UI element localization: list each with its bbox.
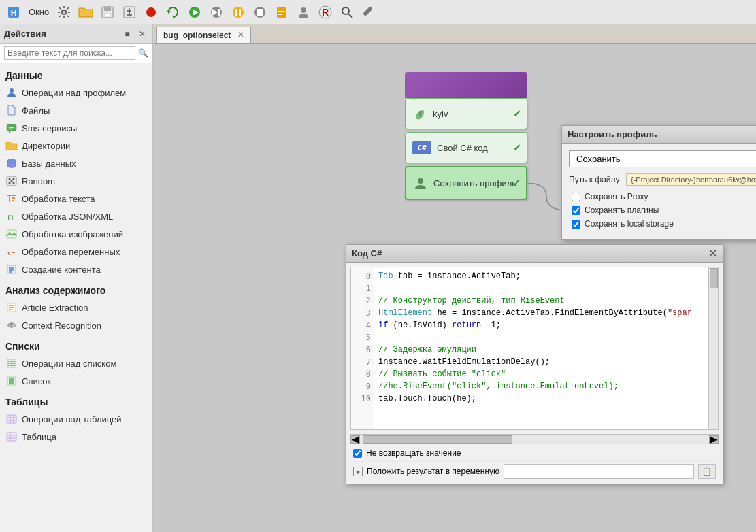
svg-rect-5 xyxy=(105,14,110,17)
folder-icon xyxy=(5,139,18,152)
line-numbers: 0 1 2 3 4 5 6 7 8 9 10 xyxy=(351,267,374,429)
svg-rect-18 xyxy=(257,9,263,16)
var-icon: x= xyxy=(5,246,18,258)
code-hscroll-left[interactable]: ◀ xyxy=(350,435,360,444)
person-button[interactable] xyxy=(294,3,313,22)
sidebar-item-image-processing[interactable]: Обработка изображений xyxy=(0,225,152,243)
sidebar-item-var-processing[interactable]: x= Обработка переменных xyxy=(0,243,152,261)
download-button[interactable] xyxy=(120,3,139,22)
line-num-3: 3 xyxy=(351,307,371,319)
profile-path-value: {-Project.Directory-}bertharau6iw@hotmai… xyxy=(626,173,756,186)
sidebar-item-table-ops[interactable]: Операции над таблицей xyxy=(0,410,152,428)
line-num-8: 8 xyxy=(351,368,371,380)
code-line-1 xyxy=(378,282,704,295)
sidebar-item-list[interactable]: Список xyxy=(0,372,152,390)
profile-path-row: Путь к файлу {-Project.Directory-}bertha… xyxy=(569,173,756,186)
code-vscroll[interactable] xyxy=(708,267,718,429)
r-button[interactable]: R xyxy=(316,3,335,22)
rotate-button[interactable] xyxy=(163,3,182,22)
search-input[interactable] xyxy=(4,46,135,60)
content-area: bug_optionselect ✕ kyiv ✓ C# Свой C# код… xyxy=(153,24,756,532)
canvas-area: kyiv ✓ C# Свой C# код ✓ Сохранить профил… xyxy=(153,44,756,532)
play-button[interactable] xyxy=(185,3,204,22)
sidebar-item-label: Context Recognition xyxy=(22,320,101,331)
svg-text:x: x xyxy=(6,248,10,256)
sidebar-item-label: Обработка текста xyxy=(22,194,95,204)
sidebar-item-databases[interactable]: Базы данных xyxy=(0,154,152,172)
home-button[interactable]: H xyxy=(4,3,23,22)
sidebar-item-random[interactable]: Random xyxy=(0,172,152,190)
copy-result-button[interactable]: 📋 xyxy=(698,464,716,479)
line-num-9: 9 xyxy=(351,380,371,393)
plugins-checkbox-row: Сохранять плагины xyxy=(569,205,756,215)
window-label: Окно xyxy=(26,7,52,17)
no-return-checkbox[interactable] xyxy=(353,449,362,458)
flow-node-kyiv[interactable]: kyiv ✓ xyxy=(405,98,527,129)
svg-rect-20 xyxy=(278,11,285,12)
sidebar-item-text-processing[interactable]: Обработка текста xyxy=(0,190,152,207)
svg-text:H: H xyxy=(11,8,17,18)
no-return-row: Не возвращать значение xyxy=(353,447,716,459)
sidebar-close-button[interactable]: ✕ xyxy=(136,28,148,40)
plugins-checkbox[interactable] xyxy=(572,206,580,215)
code-line-5 xyxy=(378,331,704,344)
sidebar-item-label: Создание контента xyxy=(22,265,101,275)
svg-rect-68 xyxy=(7,433,16,441)
profile-save-select[interactable]: Сохранить xyxy=(569,150,756,167)
svg-rect-16 xyxy=(239,9,241,16)
settings-button[interactable] xyxy=(54,3,73,22)
code-dialog-close-button[interactable]: ✕ xyxy=(708,248,717,259)
proxy-checkbox-row: Сохранять Proxy xyxy=(569,192,756,201)
save-button[interactable] xyxy=(98,3,117,22)
sidebar-item-json-processing[interactable]: {} Обработка JSON/XML xyxy=(0,207,152,225)
skip-button[interactable] xyxy=(207,3,226,22)
put-result-row: ■ Положить результат в переменную 📋 xyxy=(353,461,716,481)
sidebar-item-context-recognition[interactable]: Context Recognition xyxy=(0,316,152,334)
code-line-6: // Задержка эмуляции xyxy=(378,344,704,356)
result-var-input[interactable] xyxy=(504,464,694,479)
code-line-8: // Вызвать событие "click" xyxy=(378,368,704,380)
record-button[interactable] xyxy=(142,3,161,22)
svg-rect-21 xyxy=(278,14,282,15)
flow-node-save-profile[interactable]: Сохранить профиль ✓ xyxy=(405,166,527,200)
sidebar-item-table[interactable]: Таблица xyxy=(0,428,152,446)
profile-save-row: Сохранить ▼ xyxy=(569,150,756,167)
sidebar: Действия ■ ✕ 🔍 Данные Операции над профи… xyxy=(0,24,153,532)
code-vscroll-thumb[interactable] xyxy=(710,268,718,288)
code-hscroll-thumb[interactable] xyxy=(363,435,512,444)
folder-button[interactable] xyxy=(76,3,95,22)
sidebar-item-sms[interactable]: Sms-сервисы xyxy=(0,119,152,137)
csharp-node-icon: C# xyxy=(412,141,431,154)
flow-header-bar xyxy=(405,72,527,98)
save-profile-node-label: Сохранить профиль xyxy=(433,178,516,188)
database-icon xyxy=(5,157,18,169)
code-content[interactable]: Tab tab = instance.ActiveTab; // Констру… xyxy=(374,267,708,408)
svg-text:=: = xyxy=(12,250,16,256)
stop-button[interactable] xyxy=(250,3,269,22)
sidebar-item-profile-ops[interactable]: Операции над профилем xyxy=(0,84,152,101)
save-profile-check: ✓ xyxy=(512,178,521,188)
sidebar-item-content-creation[interactable]: Создание контента xyxy=(0,261,152,278)
sidebar-item-label: Директории xyxy=(22,141,70,151)
code-hscroll-right[interactable]: ▶ xyxy=(709,435,719,444)
code-editor: 0 1 2 3 4 5 6 7 8 9 10 xyxy=(350,267,719,430)
timer-button[interactable] xyxy=(272,3,291,22)
sidebar-item-directories[interactable]: Директории xyxy=(0,137,152,154)
localstorage-checkbox[interactable] xyxy=(572,220,580,229)
tab-bug-optionselect[interactable]: bug_optionselect ✕ xyxy=(156,27,251,43)
profile-dialog: Настроить профиль ✕ Сохранить ▼ Путь к ф… xyxy=(561,125,756,240)
sidebar-item-list-ops[interactable]: Операции над списком xyxy=(0,354,152,372)
sidebar-item-article-extraction[interactable]: Article Extraction xyxy=(0,299,152,316)
list-ops-icon xyxy=(5,357,18,369)
line-num-0: 0 xyxy=(351,270,371,282)
flow-node-csharp[interactable]: C# Свой C# код ✓ xyxy=(405,132,527,163)
pin-button[interactable]: ■ xyxy=(121,28,133,40)
sidebar-item-files[interactable]: Файлы xyxy=(0,101,152,119)
tab-close-button[interactable]: ✕ xyxy=(237,31,244,39)
svg-rect-4 xyxy=(104,7,111,11)
search-toolbar-button[interactable] xyxy=(338,3,357,22)
pause-button[interactable] xyxy=(229,3,248,22)
proxy-checkbox[interactable] xyxy=(572,193,580,201)
code-hscroll[interactable]: ◀ ▶ xyxy=(350,434,719,444)
wrench-button[interactable] xyxy=(359,3,378,22)
